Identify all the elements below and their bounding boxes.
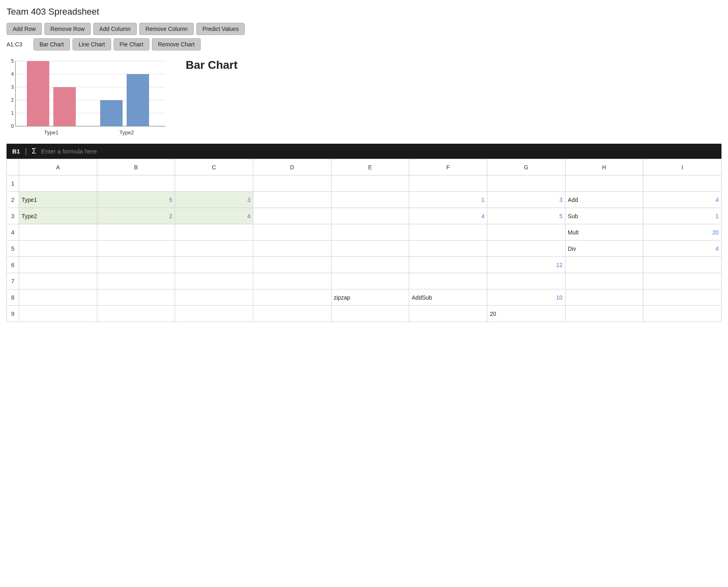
cell-3-7[interactable]: Sub: [565, 208, 643, 224]
cell-6-1[interactable]: [97, 257, 175, 273]
cell-4-5[interactable]: [409, 224, 487, 241]
cell-2-6[interactable]: 3: [487, 192, 565, 208]
predict-values-button[interactable]: Predict Values: [196, 23, 245, 35]
add-column-button[interactable]: Add Column: [93, 23, 137, 35]
cell-4-2[interactable]: [175, 224, 253, 241]
cell-7-4[interactable]: [331, 273, 409, 289]
cell-4-3[interactable]: [253, 224, 331, 241]
cell-3-0[interactable]: Type2: [19, 208, 97, 224]
cell-9-8[interactable]: [643, 306, 721, 322]
cell-5-8[interactable]: 4: [643, 241, 721, 257]
cell-8-4[interactable]: zipzap: [331, 289, 409, 306]
cell-1-3[interactable]: [253, 175, 331, 192]
col-header-g[interactable]: G: [487, 159, 565, 175]
cell-8-3[interactable]: [253, 289, 331, 306]
remove-chart-button[interactable]: Remove Chart: [152, 38, 201, 50]
cell-5-0[interactable]: [19, 241, 97, 257]
cell-9-5[interactable]: [409, 306, 487, 322]
cell-1-4[interactable]: [331, 175, 409, 192]
cell-3-4[interactable]: [331, 208, 409, 224]
cell-7-1[interactable]: [97, 273, 175, 289]
col-header-i[interactable]: I: [643, 159, 721, 175]
col-header-h[interactable]: H: [565, 159, 643, 175]
col-header-f[interactable]: F: [409, 159, 487, 175]
cell-3-8[interactable]: 1: [643, 208, 721, 224]
cell-5-5[interactable]: [409, 241, 487, 257]
cell-6-0[interactable]: [19, 257, 97, 273]
cell-7-3[interactable]: [253, 273, 331, 289]
cell-5-2[interactable]: [175, 241, 253, 257]
cell-2-4[interactable]: [331, 192, 409, 208]
cell-1-6[interactable]: [487, 175, 565, 192]
cell-4-1[interactable]: [97, 224, 175, 241]
cell-3-5[interactable]: 4: [409, 208, 487, 224]
cell-1-0[interactable]: [19, 175, 97, 192]
cell-4-7[interactable]: Mult: [565, 224, 643, 241]
add-row-button[interactable]: Add Row: [7, 23, 42, 35]
cell-5-3[interactable]: [253, 241, 331, 257]
cell-7-5[interactable]: [409, 273, 487, 289]
cell-2-1[interactable]: 5: [97, 192, 175, 208]
cell-2-3[interactable]: [253, 192, 331, 208]
cell-9-6[interactable]: 20: [487, 306, 565, 322]
cell-4-6[interactable]: [487, 224, 565, 241]
cell-7-2[interactable]: [175, 273, 253, 289]
cell-8-0[interactable]: [19, 289, 97, 306]
cell-9-2[interactable]: [175, 306, 253, 322]
cell-5-7[interactable]: Div: [565, 241, 643, 257]
cell-6-5[interactable]: [409, 257, 487, 273]
col-header-b[interactable]: B: [97, 159, 175, 175]
cell-1-2[interactable]: [175, 175, 253, 192]
line-chart-button[interactable]: Line Chart: [72, 38, 111, 50]
cell-8-6[interactable]: 10: [487, 289, 565, 306]
cell-9-7[interactable]: [565, 306, 643, 322]
remove-row-button[interactable]: Remove Row: [44, 23, 91, 35]
bar-chart-button[interactable]: Bar Chart: [33, 38, 70, 50]
cell-7-6[interactable]: [487, 273, 565, 289]
cell-6-2[interactable]: [175, 257, 253, 273]
cell-9-0[interactable]: [19, 306, 97, 322]
formula-placeholder[interactable]: Enter a formula here: [41, 148, 97, 155]
cell-7-0[interactable]: [19, 273, 97, 289]
cell-6-8[interactable]: [643, 257, 721, 273]
cell-1-5[interactable]: [409, 175, 487, 192]
cell-2-2[interactable]: 3: [175, 192, 253, 208]
cell-2-8[interactable]: 4: [643, 192, 721, 208]
cell-4-8[interactable]: 20: [643, 224, 721, 241]
cell-6-3[interactable]: [253, 257, 331, 273]
cell-3-1[interactable]: 2: [97, 208, 175, 224]
cell-1-1[interactable]: [97, 175, 175, 192]
cell-6-4[interactable]: [331, 257, 409, 273]
cell-4-0[interactable]: [19, 224, 97, 241]
cell-9-1[interactable]: [97, 306, 175, 322]
cell-9-4[interactable]: [331, 306, 409, 322]
col-header-d[interactable]: D: [253, 159, 331, 175]
cell-8-1[interactable]: [97, 289, 175, 306]
cell-1-8[interactable]: [643, 175, 721, 192]
cell-2-5[interactable]: 1: [409, 192, 487, 208]
remove-column-button[interactable]: Remove Column: [139, 23, 194, 35]
cell-8-7[interactable]: [565, 289, 643, 306]
pie-chart-button[interactable]: Pie Chart: [114, 38, 149, 50]
cell-5-4[interactable]: [331, 241, 409, 257]
cell-2-0[interactable]: Type1: [19, 192, 97, 208]
cell-1-7[interactable]: [565, 175, 643, 192]
cell-6-7[interactable]: [565, 257, 643, 273]
cell-3-3[interactable]: [253, 208, 331, 224]
cell-3-2[interactable]: 4: [175, 208, 253, 224]
cell-5-6[interactable]: [487, 241, 565, 257]
cell-2-7[interactable]: Add: [565, 192, 643, 208]
cell-7-7[interactable]: [565, 273, 643, 289]
col-header-e[interactable]: E: [331, 159, 409, 175]
col-header-a[interactable]: A: [19, 159, 97, 175]
cell-8-8[interactable]: [643, 289, 721, 306]
cell-3-6[interactable]: 5: [487, 208, 565, 224]
cell-8-5[interactable]: AddSub: [409, 289, 487, 306]
cell-7-8[interactable]: [643, 273, 721, 289]
cell-9-3[interactable]: [253, 306, 331, 322]
cell-8-2[interactable]: [175, 289, 253, 306]
cell-5-1[interactable]: [97, 241, 175, 257]
col-header-c[interactable]: C: [175, 159, 253, 175]
cell-4-4[interactable]: [331, 224, 409, 241]
cell-6-6[interactable]: 12: [487, 257, 565, 273]
